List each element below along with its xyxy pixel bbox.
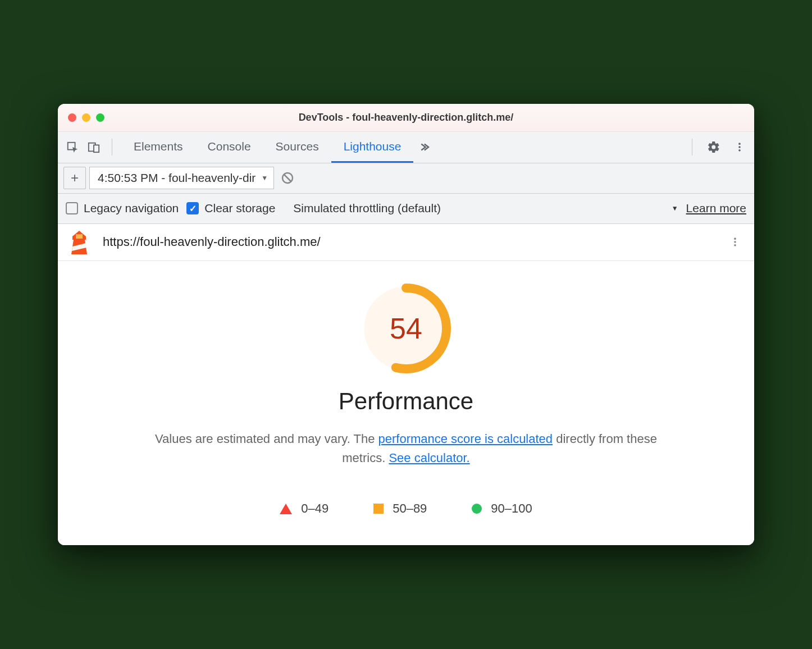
lighthouse-options-bar: Legacy navigation Clear storage Simulate…	[58, 194, 754, 224]
minimize-window-button[interactable]	[82, 113, 90, 122]
clear-report-icon[interactable]	[277, 168, 298, 188]
circle-green-icon	[472, 504, 482, 514]
svg-point-12	[734, 238, 736, 240]
clear-storage-option[interactable]: Clear storage	[186, 202, 275, 215]
performance-heading: Performance	[339, 388, 473, 415]
svg-point-3	[738, 143, 741, 145]
clear-storage-label: Clear storage	[204, 202, 275, 215]
report-selector-label: 4:50:53 PM - foul-heavenly-dir	[98, 171, 256, 185]
svg-point-14	[734, 244, 736, 246]
legend-fail: 0–49	[280, 501, 329, 516]
report-url-bar: https://foul-heavenly-direction.glitch.m…	[58, 224, 754, 261]
traffic-lights	[68, 113, 104, 122]
new-report-button[interactable]: +	[63, 167, 86, 189]
legacy-navigation-label: Legacy navigation	[84, 202, 179, 215]
svg-line-7	[284, 175, 291, 181]
score-calculated-link[interactable]: performance score is calculated	[378, 432, 553, 446]
legend-range-average: 50–89	[393, 501, 427, 516]
svg-point-5	[738, 149, 741, 152]
throttling-label: Simulated throttling (default)	[293, 202, 441, 215]
tab-lighthouse[interactable]: Lighthouse	[331, 132, 414, 163]
settings-gear-icon[interactable]	[705, 138, 723, 156]
report-selector[interactable]: 4:50:53 PM - foul-heavenly-dir ▼	[89, 167, 274, 189]
legend-pass: 90–100	[472, 501, 532, 516]
toggle-device-icon[interactable]	[85, 138, 103, 156]
inspect-element-icon[interactable]	[63, 138, 81, 156]
main-tabbar: Elements Console Sources Lighthouse	[58, 132, 754, 163]
performance-score: 54	[361, 284, 451, 373]
legend-range-pass: 90–100	[491, 501, 532, 516]
window-title: DevTools - foul-heavenly-direction.glitc…	[58, 112, 754, 124]
svg-rect-2	[94, 145, 99, 153]
square-orange-icon	[373, 504, 384, 514]
performance-gauge: 54	[361, 284, 451, 373]
performance-description: Values are estimated and may vary. The p…	[153, 429, 659, 468]
legacy-navigation-checkbox[interactable]	[66, 202, 78, 214]
report-url: https://foul-heavenly-direction.glitch.m…	[103, 235, 714, 249]
lighthouse-logo-icon	[68, 230, 90, 254]
separator	[112, 139, 112, 156]
separator	[692, 139, 692, 156]
svg-point-13	[734, 241, 736, 244]
chevron-down-icon: ▼	[261, 174, 268, 182]
maximize-window-button[interactable]	[96, 113, 104, 122]
close-window-button[interactable]	[68, 113, 76, 122]
clear-storage-checkbox[interactable]	[186, 202, 199, 214]
titlebar: DevTools - foul-heavenly-direction.glitc…	[58, 104, 754, 132]
report-menu-icon[interactable]	[726, 233, 744, 251]
svg-point-4	[738, 147, 741, 149]
svg-rect-9	[76, 234, 83, 239]
lighthouse-report: 54 Performance Values are estimated and …	[58, 261, 754, 545]
desc-text: Values are estimated and may vary. The	[155, 432, 378, 446]
more-tabs-button[interactable]	[413, 132, 434, 163]
panel-tabs: Elements Console Sources Lighthouse	[121, 132, 684, 163]
tab-sources[interactable]: Sources	[263, 132, 331, 163]
legacy-navigation-option[interactable]: Legacy navigation	[66, 202, 179, 215]
tab-elements[interactable]: Elements	[121, 132, 195, 163]
legend-range-fail: 0–49	[301, 501, 329, 516]
score-legend: 0–49 50–89 90–100	[280, 501, 532, 516]
learn-more-link[interactable]: Learn more	[686, 202, 746, 215]
devtools-window: DevTools - foul-heavenly-direction.glitc…	[58, 104, 754, 545]
lighthouse-toolbar: + 4:50:53 PM - foul-heavenly-dir ▼	[58, 163, 754, 194]
see-calculator-link[interactable]: See calculator.	[389, 451, 469, 465]
legend-average: 50–89	[373, 501, 427, 516]
tab-console[interactable]: Console	[195, 132, 263, 163]
triangle-red-icon	[280, 504, 292, 514]
more-options-icon[interactable]	[731, 138, 749, 156]
throttling-dropdown-icon[interactable]: ▼	[672, 204, 678, 212]
